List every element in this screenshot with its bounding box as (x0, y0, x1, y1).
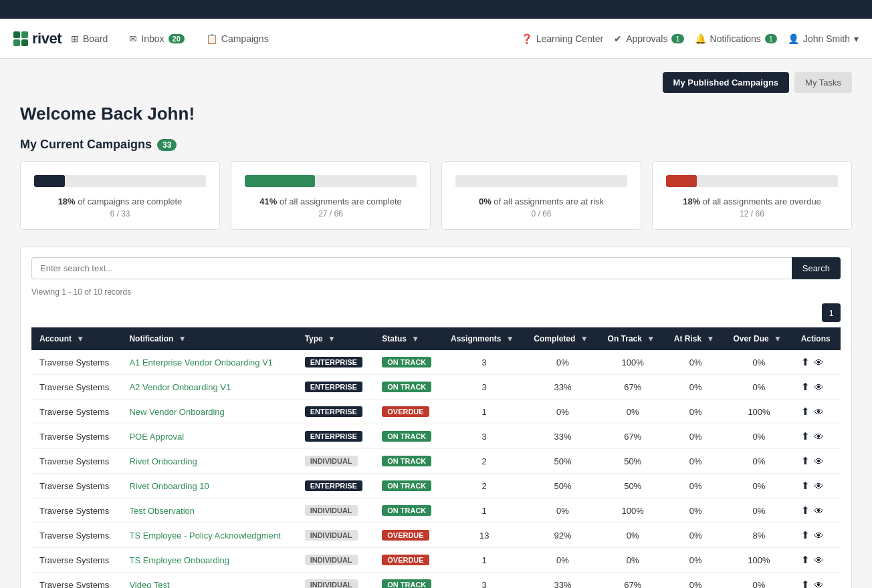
nav-inbox[interactable]: ✉ Inbox 20 (120, 29, 194, 48)
action-buttons: My Published Campaigns My Tasks (20, 72, 852, 93)
completed-sort-icon[interactable]: ▼ (580, 334, 588, 343)
upload-icon[interactable]: ⬆ (801, 455, 810, 467)
account-sort-icon[interactable]: ▼ (76, 334, 84, 343)
cell-status: ON TRACK (374, 573, 443, 589)
nav-board[interactable]: ⊞ Board (62, 29, 117, 48)
cell-notification: POE Approval (121, 424, 296, 449)
actions-cell: ⬆ 👁 (801, 381, 833, 393)
campaigns-icon: 📋 (206, 33, 217, 44)
cell-completed: 92% (526, 523, 599, 548)
cell-notification: A1 Enterprise Vendor Onboarding V1 (121, 350, 296, 375)
notification-sort-icon[interactable]: ▼ (179, 334, 187, 343)
type-tag: ENTERPRISE (305, 357, 362, 368)
col-account: Account ▼ (31, 327, 121, 350)
eye-icon[interactable]: 👁 (814, 431, 824, 442)
approvals-label: Approvals (626, 33, 667, 44)
stat-text: 0% of all assignments are at risk (455, 196, 627, 206)
cell-ontrack: 0% (600, 400, 666, 424)
cell-notification: TS Employee - Policy Acknowledgment (121, 523, 296, 548)
eye-icon[interactable]: 👁 (814, 530, 824, 541)
status-sort-icon[interactable]: ▼ (411, 334, 419, 343)
eye-icon[interactable]: 👁 (814, 357, 824, 368)
notification-link[interactable]: A1 Enterprise Vendor Onboarding V1 (129, 357, 273, 368)
cell-atrisk: 0% (666, 573, 726, 589)
cell-assignments: 2 (443, 474, 526, 498)
assignments-sort-icon[interactable]: ▼ (506, 334, 514, 343)
notification-link[interactable]: A2 Vendor Onboarding V1 (129, 382, 231, 392)
status-tag: ON TRACK (382, 579, 431, 588)
search-input[interactable] (31, 257, 792, 279)
my-tasks-button[interactable]: My Tasks (794, 72, 852, 93)
cell-assignments: 1 (443, 498, 526, 523)
progress-bar-bg (666, 175, 838, 187)
type-sort-icon[interactable]: ▼ (328, 334, 336, 343)
upload-icon[interactable]: ⬆ (801, 381, 810, 393)
notification-link[interactable]: TS Employee - Policy Acknowledgment (129, 531, 280, 541)
table-row: Traverse Systems Rivet Onboarding INDIVI… (31, 449, 841, 474)
cell-actions: ⬆ 👁 (793, 400, 841, 424)
cell-ontrack: 67% (600, 375, 666, 400)
eye-icon[interactable]: 👁 (814, 505, 824, 517)
search-button[interactable]: Search (792, 257, 841, 279)
user-menu[interactable]: 👤 John Smith ▾ (788, 33, 859, 44)
actions-cell: ⬆ 👁 (801, 579, 833, 588)
cell-overdue: 0% (725, 449, 792, 474)
stat-text: 41% of all assignments are complete (245, 196, 417, 206)
upload-icon[interactable]: ⬆ (801, 529, 810, 541)
upload-icon[interactable]: ⬆ (801, 554, 810, 566)
col-status: Status ▼ (374, 327, 443, 350)
status-tag: OVERDUE (382, 406, 429, 417)
cell-status: ON TRACK (374, 449, 443, 474)
upload-icon[interactable]: ⬆ (801, 430, 810, 442)
cell-completed: 33% (526, 375, 599, 400)
cell-overdue: 0% (725, 424, 792, 449)
actions-cell: ⬆ 👁 (801, 529, 833, 541)
logo[interactable]: rivet (13, 30, 62, 47)
learning-center-link[interactable]: ❓ Learning Center (521, 33, 603, 44)
nav-campaigns[interactable]: 📋 Campaigns (197, 29, 278, 48)
eye-icon[interactable]: 👁 (814, 555, 824, 566)
eye-icon[interactable]: 👁 (814, 382, 824, 393)
notification-link[interactable]: POE Approval (129, 432, 184, 442)
cell-atrisk: 0% (666, 375, 726, 400)
notification-link[interactable]: Video Test (129, 580, 169, 589)
ontrack-sort-icon[interactable]: ▼ (647, 334, 655, 343)
upload-icon[interactable]: ⬆ (801, 579, 810, 588)
notifications-link[interactable]: 🔔 Notifications 1 (695, 33, 777, 44)
type-tag: ENTERPRISE (305, 480, 362, 491)
notification-link[interactable]: TS Employee Onboarding (129, 555, 229, 565)
notification-link[interactable]: New Vendor Onboarding (129, 407, 224, 417)
cell-type: ENTERPRISE (297, 350, 374, 375)
overdue-sort-icon[interactable]: ▼ (774, 334, 782, 343)
notification-link[interactable]: Rivet Onboarding (129, 456, 197, 466)
atrisk-sort-icon[interactable]: ▼ (706, 334, 714, 343)
page-1-button[interactable]: 1 (822, 303, 841, 322)
eye-icon[interactable]: 👁 (814, 480, 824, 492)
cell-type: ENTERPRISE (297, 474, 374, 498)
upload-icon[interactable]: ⬆ (801, 356, 810, 368)
nav-board-label: Board (83, 33, 108, 44)
upload-icon[interactable]: ⬆ (801, 406, 810, 418)
col-type: Type ▼ (297, 327, 374, 350)
cell-account: Traverse Systems (31, 449, 121, 474)
approvals-link[interactable]: ✔ Approvals 1 (614, 33, 683, 44)
cell-assignments: 13 (443, 523, 526, 548)
progress-bar-bg (455, 175, 627, 187)
published-campaigns-button[interactable]: My Published Campaigns (663, 72, 789, 93)
cell-completed: 0% (526, 498, 599, 523)
eye-icon[interactable]: 👁 (814, 406, 824, 418)
progress-bar-bg (245, 175, 417, 187)
topbar (0, 0, 872, 19)
upload-icon[interactable]: ⬆ (801, 480, 810, 492)
eye-icon[interactable]: 👁 (814, 579, 824, 589)
notification-link[interactable]: Rivet Onboarding 10 (129, 481, 209, 491)
stat-text: 18% of campaigns are complete (34, 196, 206, 206)
cell-account: Traverse Systems (31, 375, 121, 400)
cell-actions: ⬆ 👁 (793, 375, 841, 400)
cell-completed: 50% (526, 449, 599, 474)
eye-icon[interactable]: 👁 (814, 456, 824, 467)
cell-account: Traverse Systems (31, 523, 121, 548)
notification-link[interactable]: Test Observation (129, 506, 195, 516)
upload-icon[interactable]: ⬆ (801, 504, 810, 517)
actions-cell: ⬆ 👁 (801, 406, 833, 418)
